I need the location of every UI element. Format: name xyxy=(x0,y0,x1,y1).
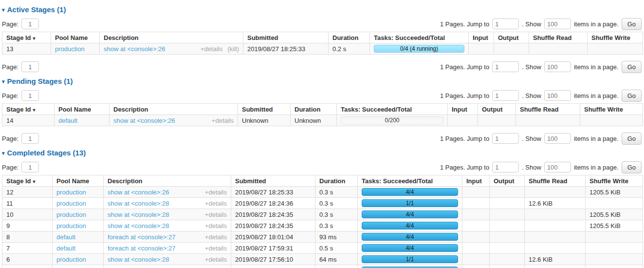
items-per-page-input[interactable] xyxy=(544,90,571,101)
page-input[interactable] xyxy=(21,90,39,101)
details-toggle[interactable]: +details xyxy=(205,200,227,207)
submitted-cell: 2019/08/27 17:56:10 xyxy=(231,254,315,265)
go-button[interactable]: Go xyxy=(622,90,642,102)
jump-to-page-input[interactable] xyxy=(492,19,519,29)
description-link[interactable]: show at <console>:26 xyxy=(104,45,165,53)
column-header-shuffle-write[interactable]: Shuffle Write xyxy=(580,104,643,115)
jump-to-label: 1 Pages. Jump to xyxy=(440,20,489,28)
column-header-duration[interactable]: Duration xyxy=(291,104,337,115)
pool-name-link[interactable]: production xyxy=(55,45,85,53)
column-header-duration[interactable]: Duration xyxy=(329,32,370,43)
column-header-stage-id[interactable]: Stage Id▾ xyxy=(2,175,53,187)
jump-to-page-input[interactable] xyxy=(492,162,519,172)
description-link[interactable]: foreach at <console>:27 xyxy=(108,245,176,252)
output-cell xyxy=(490,187,525,198)
details-toggle[interactable]: +details xyxy=(205,189,227,196)
column-header-pool-name[interactable]: Pool Name xyxy=(53,175,104,187)
column-header-shuffle-read[interactable]: Shuffle Read xyxy=(516,104,580,115)
details-toggle[interactable]: +details xyxy=(205,245,227,252)
duration-cell: 0.2 s xyxy=(329,43,370,55)
details-toggle[interactable]: +details xyxy=(205,211,227,218)
jump-to-page-input[interactable] xyxy=(492,133,519,144)
pool-name-link[interactable]: production xyxy=(56,211,86,218)
description-link[interactable]: show at <console>:26 xyxy=(113,117,175,124)
column-header-input[interactable]: Input xyxy=(462,175,490,187)
column-header-stage-id[interactable]: Stage Id▾ xyxy=(2,32,51,43)
column-header-shuffle-read[interactable]: Shuffle Read xyxy=(525,175,586,187)
column-header-submitted[interactable]: Submitted xyxy=(231,175,315,187)
active-stages-table: Stage Id▾Pool NameDescriptionSubmittedDu… xyxy=(2,32,643,55)
column-header-shuffle-write[interactable]: Shuffle Write xyxy=(586,175,643,187)
details-toggle[interactable]: +details xyxy=(205,233,227,241)
jump-to-page-input[interactable] xyxy=(492,90,519,101)
details-toggle[interactable]: +details xyxy=(205,222,227,230)
description-link[interactable]: show at <console>:28 xyxy=(108,222,169,230)
stage-id-cell: 6 xyxy=(2,254,53,265)
output-cell xyxy=(490,254,525,265)
pool-name-link[interactable]: production xyxy=(56,189,86,196)
description-link[interactable]: show at <console>:28 xyxy=(108,211,169,218)
page-input[interactable] xyxy=(21,61,39,72)
go-button[interactable]: Go xyxy=(622,133,642,145)
description-link[interactable]: foreach at <console>:27 xyxy=(108,233,176,241)
column-header-tasks-succeeded-total[interactable]: Tasks: Succeeded/Total xyxy=(337,104,448,115)
column-header-description[interactable]: Description xyxy=(110,104,238,115)
column-header-description[interactable]: Description xyxy=(100,32,243,43)
section-header-completed[interactable]: ▾Completed Stages (13) xyxy=(2,149,643,157)
column-header-shuffle-read[interactable]: Shuffle Read xyxy=(529,32,588,43)
input-cell xyxy=(462,220,490,231)
pool-name-cell: default xyxy=(55,115,110,126)
page-input[interactable] xyxy=(21,19,39,29)
description-link[interactable]: show at <console>:26 xyxy=(108,189,169,196)
tasks-cell: 4/4 xyxy=(358,231,462,243)
column-header-submitted[interactable]: Submitted xyxy=(243,32,329,43)
description-link[interactable]: show at <console>:28 xyxy=(108,256,169,263)
go-button[interactable]: Go xyxy=(622,161,642,173)
pool-name-link[interactable]: production xyxy=(56,222,86,230)
show-label: . Show xyxy=(522,63,541,71)
section-header-active[interactable]: ▾Active Stages (1) xyxy=(2,6,643,14)
output-cell xyxy=(490,265,525,268)
details-toggle[interactable]: +details xyxy=(212,117,234,124)
section-title-text: Pending Stages (1) xyxy=(7,77,73,85)
pool-name-link[interactable]: default xyxy=(56,245,75,252)
column-header-stage-id[interactable]: Stage Id▾ xyxy=(2,104,55,115)
go-button[interactable]: Go xyxy=(622,61,642,73)
column-header-pool-name[interactable]: Pool Name xyxy=(55,104,110,115)
description-link[interactable]: show at <console>:28 xyxy=(108,200,169,207)
page-input[interactable] xyxy=(21,162,39,172)
column-header-output[interactable]: Output xyxy=(494,32,529,43)
description-cell: show at <console>:26+details(kill) xyxy=(100,43,243,55)
go-button[interactable]: Go xyxy=(622,18,642,30)
column-header-input[interactable]: Input xyxy=(448,104,478,115)
details-toggle[interactable]: +details xyxy=(205,256,227,263)
column-header-tasks-succeeded-total[interactable]: Tasks: Succeeded/Total xyxy=(370,32,469,43)
column-header-output[interactable]: Output xyxy=(478,104,516,115)
pool-name-link[interactable]: production xyxy=(56,200,86,207)
kill-link[interactable]: (kill) xyxy=(227,45,239,53)
column-header-output[interactable]: Output xyxy=(490,175,525,187)
pool-name-link[interactable]: default xyxy=(56,233,75,241)
items-per-page-input[interactable] xyxy=(544,61,571,72)
duration-cell: 0.5 s xyxy=(315,243,358,254)
column-header-tasks-succeeded-total[interactable]: Tasks: Succeeded/Total xyxy=(358,175,462,187)
page-input[interactable] xyxy=(21,133,39,144)
column-header-pool-name[interactable]: Pool Name xyxy=(51,32,100,43)
items-suffix-label: items in a page. xyxy=(574,135,619,142)
column-header-submitted[interactable]: Submitted xyxy=(238,104,291,115)
input-cell xyxy=(462,254,490,265)
section-header-pending[interactable]: ▾Pending Stages (1) xyxy=(2,77,643,86)
pool-name-cell: production xyxy=(53,220,104,231)
items-per-page-input[interactable] xyxy=(544,162,571,172)
items-per-page-input[interactable] xyxy=(544,19,571,29)
items-per-page-input[interactable] xyxy=(544,133,571,144)
details-toggle[interactable]: +details xyxy=(201,45,222,53)
column-header-input[interactable]: Input xyxy=(469,32,494,43)
pool-name-link[interactable]: production xyxy=(56,256,86,263)
pool-name-link[interactable]: default xyxy=(58,117,77,124)
column-header-duration[interactable]: Duration xyxy=(315,175,358,187)
column-header-description[interactable]: Description xyxy=(104,175,231,187)
jump-to-page-input[interactable] xyxy=(492,61,519,72)
shuffle-write-cell: 1205.5 KiB xyxy=(586,220,643,231)
column-header-shuffle-write[interactable]: Shuffle Write xyxy=(588,32,643,43)
